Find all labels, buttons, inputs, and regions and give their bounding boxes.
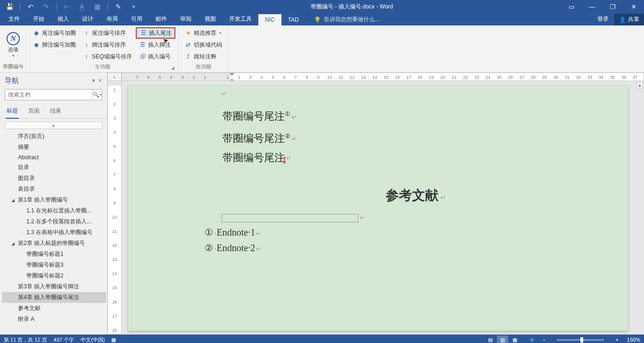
nav-tree-item[interactable]: 附录 A [2, 314, 106, 325]
endnote-line[interactable]: ①·Endnote·1↵ [204, 225, 609, 241]
ribbon-tab-文件[interactable]: 文件 [2, 13, 26, 25]
restore-button[interactable]: ❐ [603, 0, 623, 13]
minimize-button[interactable]: — [582, 0, 603, 13]
tell-me[interactable]: 💡 告诉我您想要做什么... [309, 14, 384, 25]
ribbon-group-options: N 选项 ▾ 带圈编号 [0, 25, 27, 72]
zoom-slider[interactable] [557, 339, 604, 341]
insert-icon: ☰ [139, 41, 146, 49]
ribbon-tab-开始[interactable]: 开始 [26, 13, 51, 25]
document-area: L 76543211234567891011121314151617181920… [107, 73, 644, 335]
web-layout-button[interactable]: ▦ [509, 335, 520, 343]
nav-close-icon[interactable]: ✕ [98, 78, 102, 84]
nav-tree-item[interactable]: 表目录 [2, 184, 106, 195]
endnote-line[interactable]: ②·Endnote·2↵ [204, 241, 609, 256]
qat-btn-5[interactable]: A̲ [75, 1, 89, 12]
nav-tree-item[interactable]: 第4章 插入带圈编号尾注 [2, 292, 106, 303]
save-button[interactable]: 💾 [3, 1, 16, 12]
nav-tree-item[interactable]: 带圈编号标题1 [2, 249, 106, 260]
page-status[interactable]: 第 11 页，共 12 页 [4, 336, 47, 343]
nav-tree-item[interactable]: 摘要 [2, 142, 106, 153]
ribbon-tab-插入[interactable]: 插入 [51, 13, 75, 25]
ribbon-tab-引用[interactable]: 引用 [124, 13, 149, 25]
nav-tree-item[interactable]: 带圈编号标题2 [2, 270, 106, 281]
ribbon-tab-NIC[interactable]: NIC [258, 14, 281, 25]
ruler-corner[interactable]: L [107, 73, 122, 81]
print-layout-button[interactable]: ▥ [497, 335, 508, 343]
ribbon-display-options[interactable]: ▭ [561, 0, 582, 13]
ribbon-tab-邮件[interactable]: 邮件 [149, 13, 173, 25]
ribbon-panel: N 选项 ▾ 带圈编号 ◉尾注编号加圈 ◉脚注编号加圈 ↕尾注编号排序 ↕脚注编… [0, 25, 644, 73]
dialog-launcher-icon[interactable]: ◢ [171, 65, 174, 70]
expand-icon[interactable]: ◢ [11, 241, 16, 246]
endnote-sort-button[interactable]: ↕尾注编号排序 [80, 27, 135, 39]
jump-note-button[interactable]: ⤴跳转注释 [182, 51, 225, 62]
insert-number-button[interactable]: Ⓝ插入编号 [136, 51, 175, 62]
featured-button[interactable]: ★精选推荐▾ [182, 27, 225, 39]
login-button[interactable]: 登录 [592, 13, 614, 25]
qat-btn-6[interactable]: ▦ [91, 1, 104, 12]
sort-icon: ↕ [83, 29, 90, 37]
word-count[interactable]: 437 个字 [54, 336, 74, 343]
toggle-field-button[interactable]: ⇄切换域代码 [182, 39, 225, 50]
ribbon-tab-视图[interactable]: 视图 [198, 13, 223, 25]
indent-marker-icon[interactable] [230, 73, 234, 81]
search-icon[interactable]: 🔍▾ [92, 90, 101, 99]
document-line[interactable]: 带圈编号尾注①↵ [223, 105, 609, 127]
nav-tree-item[interactable]: 1.2 在多个段落段首插入... [2, 216, 106, 227]
footnote-circle-button[interactable]: ◉脚注编号加圈 [30, 39, 79, 50]
ribbon-tab-审阅[interactable]: 审阅 [173, 13, 198, 25]
ribbon-tab-布局[interactable]: 布局 [100, 13, 124, 25]
document-line[interactable]: 带圈编号尾注↵ [223, 148, 609, 168]
share-button[interactable]: 👤 共享 [614, 14, 644, 25]
nav-tree-item[interactable]: 1.3 在表格中插入带圈编号 [2, 227, 106, 238]
zoom-in-button[interactable]: + [613, 337, 620, 343]
zoom-out-button[interactable]: − [541, 337, 547, 343]
nav-tab-pages[interactable]: 页面 [27, 105, 41, 118]
status-bar: 第 11 页，共 12 页 437 个字 中文(中国) ▦ ▤ ▥ ▦ ⊹ − … [0, 335, 644, 343]
document-scroll[interactable]: ▲ ↵ 带圈编号尾注①↵带圈编号尾注②↵带圈编号尾注↵ 参考文献↵ ①·Endn… [122, 81, 644, 335]
ribbon-tab-TAD[interactable]: TAD [281, 14, 305, 25]
expand-icon[interactable]: ◢ [11, 198, 16, 203]
group-label-1: 带圈编号 [3, 62, 24, 71]
seq-sort-button[interactable]: ↕SEQ域编号排序 [80, 51, 135, 62]
insert-endnote-button[interactable]: ☰插入尾注 [136, 27, 175, 39]
insert-footnote-button[interactable]: ☰插入脚注 [136, 39, 175, 50]
document-line[interactable]: 带圈编号尾注②↵ [223, 127, 609, 149]
qat-btn-7[interactable]: ✎ [112, 1, 125, 12]
endnote-circle-button[interactable]: ◉尾注编号加圈 [30, 27, 79, 39]
nav-tree-item[interactable]: Abstract [2, 153, 106, 162]
document-page[interactable]: ↵ 带圈编号尾注①↵带圈编号尾注②↵带圈编号尾注↵ 参考文献↵ ①·Endnot… [128, 86, 628, 331]
undo-button[interactable]: ↶ [24, 1, 37, 12]
ribbon-tab-开发工具[interactable]: 开发工具 [223, 13, 258, 25]
nav-tree-item[interactable]: 目录 [2, 162, 106, 173]
zoom-level[interactable]: 150% [627, 337, 640, 343]
nav-tab-results[interactable]: 结果 [49, 105, 62, 118]
nav-tree-item[interactable]: 带圈编号标题3 [2, 260, 106, 270]
nav-jump-bar[interactable]: ▲ [5, 122, 102, 129]
scroll-up-button[interactable]: ▲ [636, 82, 643, 89]
horizontal-ruler[interactable]: 7654321123456789101112131415161718192021… [122, 73, 644, 81]
nav-tree-item[interactable]: 序言(前言) [2, 131, 106, 142]
qat-more[interactable]: ▾ [127, 1, 140, 12]
footnote-sort-button[interactable]: ↕脚注编号排序 [80, 39, 135, 50]
zoom-fit-icon[interactable]: ⊹ [530, 337, 534, 343]
nav-tree-item[interactable]: ◢第2章 插入标题的带圈编号 [2, 238, 106, 249]
ribbon-tab-设计[interactable]: 设计 [75, 13, 100, 25]
language-status[interactable]: 中文(中国) [81, 336, 105, 343]
search-input[interactable] [5, 89, 102, 100]
nav-tab-headings[interactable]: 标题 [6, 105, 19, 119]
redo-button[interactable]: ↷ [39, 1, 52, 12]
nav-tree-item[interactable]: 1.1 在光标位置插入带圈... [2, 205, 106, 216]
nav-tree-item[interactable]: 参考文献 [2, 303, 106, 314]
qat-btn-4[interactable]: ⊢ [60, 1, 74, 12]
nav-tree-item[interactable]: 第3章 插入带圈编号脚注 [2, 281, 106, 292]
window-controls: ▭ — ❐ ✕ [561, 0, 644, 13]
nav-tree-item[interactable]: ◢第1章 插入带圈编号 [2, 195, 106, 205]
read-mode-button[interactable]: ▤ [485, 335, 496, 343]
close-button[interactable]: ✕ [623, 0, 644, 13]
options-button[interactable]: N 选项 ▾ [3, 27, 24, 62]
nav-dropdown-icon[interactable]: ▼ [91, 78, 96, 84]
macro-icon[interactable]: ▦ [111, 337, 116, 343]
vertical-ruler[interactable]: 123456789101112131415161718 [107, 81, 122, 335]
nav-tree-item[interactable]: 图目录 [2, 173, 106, 184]
